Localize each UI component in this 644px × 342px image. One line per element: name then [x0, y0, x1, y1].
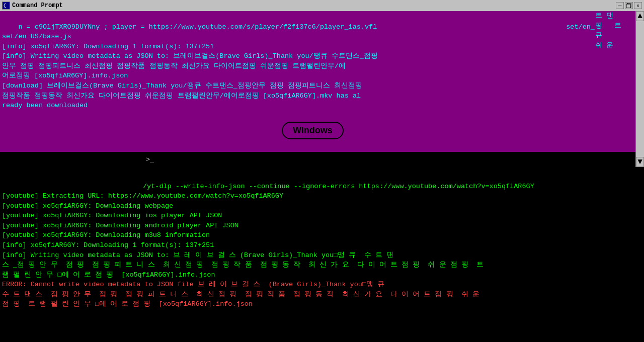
right-overflow: 트 댄 핑 트 큐 쉬 운 — [595, 11, 635, 112]
title-bar: C Command Prompt ─ × — [0, 0, 644, 11]
bt-line-4: [youtube] xo5qfiAR6GY: Downloading andro… — [2, 222, 238, 229]
bt-line-2: [youtube] xo5qfiAR6GY: Downloading webpa… — [2, 202, 173, 210]
cmd-input-area: >_ — [0, 152, 635, 167]
window-title: Command Prompt — [12, 2, 63, 9]
bt-error-line-3: 점 핑 트 램 펄 린 안 무 □에 어 로 점 핑 [xo5qfiAR6GY]… — [2, 300, 253, 308]
bottom-terminal-content: /yt-dlp --write-info-json --continue --i… — [0, 167, 644, 320]
top-line-5: 안무 점핑 점핑피트니스 최신점핑 점핑작품 점핑동작 최신가요 다이어트점핑 … — [2, 62, 346, 70]
top-line-9: ready been downloaded — [2, 102, 88, 109]
terminal-body: n = c9OljTXRO9DUYNny ; player = https://… — [0, 11, 644, 342]
scrollbar[interactable]: ▲ ▼ — [635, 11, 644, 167]
bt-line-5: [youtube] xo5qfiAR6GY: Downloading m3u8 … — [2, 231, 210, 239]
top-terminal-content: n = c9OljTXRO9DUYNny ; player = https://… — [0, 11, 644, 121]
minimize-button[interactable]: ─ — [616, 2, 624, 9]
cmd-prefix-block — [2, 178, 143, 188]
bt-line-8: 스 _점 핑 안 무 점 핑 점 핑 피 트 니 스 최 신 점 핑 점 핑 작… — [2, 261, 484, 269]
svg-text:C: C — [4, 3, 7, 9]
top-line-2: set/en_US/base.js — [2, 33, 71, 40]
scrollbar-up[interactable]: ▲ — [636, 11, 644, 21]
top-line-3: [info] xo5qfiAR6GY: Downloading 1 format… — [2, 43, 214, 50]
top-terminal-section: n = c9OljTXRO9DUYNny ; player = https://… — [0, 11, 644, 167]
prompt-arrow: >_ — [146, 156, 154, 163]
top-line-7: [download] 브레이브걸스(Brave Girls)_Thank you… — [2, 82, 362, 90]
bt-line-3: [youtube] xo5qfiAR6GY: Downloading ios p… — [2, 212, 222, 219]
scrollbar-down[interactable]: ▼ — [636, 157, 644, 167]
right-overflow-content: 트 댄 핑 트 큐 쉬 운 — [595, 11, 635, 50]
bt-line-9: 램 펄 린 안 무 □에 어 로 점 핑 [xo5qfiAR6GY].info.… — [2, 271, 215, 279]
bt-line-1: [youtube] Extracting URL: https://www.yo… — [2, 192, 283, 200]
bt-line-6: [info] xo5qfiAR6GY: Downloading 1 format… — [2, 241, 214, 249]
cmd-icon: C — [2, 2, 10, 10]
title-bar-left: C Command Prompt — [2, 2, 63, 10]
bottom-terminal-section: /yt-dlp --write-info-json --continue --i… — [0, 167, 644, 342]
windows-label: Windows — [282, 122, 344, 139]
svg-rect-3 — [626, 4, 630, 8]
top-line-8: 점핑작품 점핑동작 최신가요 다이어트점핑 쉬운점핑 트램펄린안무/에어로점핑 … — [2, 92, 361, 100]
bt-line-7: [info] Writing video metadata as JSON to… — [2, 251, 393, 259]
bt-error-line-1: ERROR: Cannot write video metadata to JS… — [2, 281, 384, 288]
top-line-6: 어로점핑 [xo5qfiAR6GY].info.json — [2, 72, 128, 79]
top-line-4: [info] Writing video metadata as JSON to… — [2, 52, 378, 60]
bt-error-line-2: 수 트 댄 스 _점 핑 안 무 점 핑 점 핑 피 트 니 스 최 신 점 핑… — [2, 291, 479, 298]
close-button[interactable]: × — [634, 2, 642, 9]
window-container: C Command Prompt ─ × n = c9OljTXRO9DUYNn… — [0, 0, 644, 342]
top-line-1: n = c9OljTXRO9DUYNny ; player = https://… — [2, 23, 377, 31]
restore-button[interactable] — [625, 2, 633, 9]
title-bar-buttons: ─ × — [616, 2, 642, 9]
cmd-line: /yt-dlp --write-info-json --continue --i… — [2, 183, 534, 190]
input-block[interactable] — [0, 154, 146, 165]
